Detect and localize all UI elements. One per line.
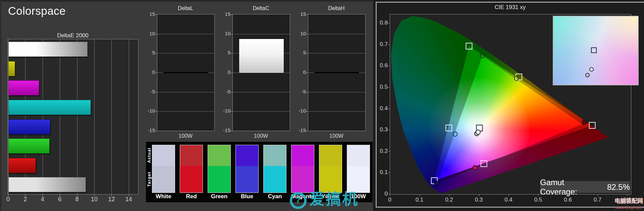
cie-y-tick-label: 0.3 (374, 126, 388, 133)
cie-y-tick-label: 0.6 (374, 62, 388, 69)
mini-tick-mark (155, 73, 157, 73)
deltae-tick-label: 4 (37, 196, 48, 203)
mini-tick-mark (230, 34, 232, 34)
cie-x-tick-label: 0.1 (412, 197, 427, 203)
cie-y-tick-mark (388, 87, 390, 87)
mini-tick-label: 0 (144, 69, 155, 75)
mini-tick-mark (155, 53, 157, 53)
swatch-target-white (152, 166, 175, 193)
igao7-logo-icon: 7 (290, 192, 307, 209)
mini-tick-mark (230, 92, 232, 92)
mini-tick-mark (155, 14, 157, 15)
swatch-label: Green (205, 193, 233, 200)
cie-y-tick-label: 0.1 (374, 169, 388, 176)
mini-tick-label: 10 (295, 31, 306, 36)
deltae-tick-label: 8 (71, 196, 83, 203)
cie-x-tick-mark (508, 194, 509, 196)
mini-tick-mark (230, 131, 232, 131)
cie-measured-marker-blue (434, 181, 439, 186)
mini-tick-label: 10 (220, 31, 230, 36)
mini-tick-label: -15 (144, 127, 155, 133)
deltal-chart-panel[interactable]: DeltaL 100W 151050-5-10-15 (144, 3, 221, 142)
cie-x-tick-label: 0.2 (442, 197, 457, 203)
deltal-plot-area (157, 14, 215, 131)
deltae-gridline (60, 39, 60, 194)
mini-gridline (157, 111, 214, 112)
deltaC-bar (239, 39, 284, 73)
mini-gridline (308, 92, 365, 92)
mini-tick-mark (230, 14, 232, 15)
swatch-actual-blue (236, 145, 258, 166)
cie-measured-marker-white (476, 130, 480, 134)
mini-tick-label: -15 (295, 127, 306, 133)
deltac-x-label: 100W (232, 133, 289, 139)
mini-gridline (157, 34, 214, 34)
deltae-gridline (94, 39, 95, 194)
swatch-target-red (180, 166, 203, 193)
cie-chart-panel[interactable]: CIE 1931 xy 00.10.20.30.40.50.60.70.800.… (373, 0, 644, 211)
deltae-gridline (43, 39, 43, 194)
deltah-plot-area (308, 14, 366, 131)
swatch-column-yellow (319, 145, 342, 193)
swatch-actual-yellow (319, 145, 342, 166)
cie-y-tick-mark (388, 130, 390, 130)
igao7-watermark: 7 爱搞机 IGAO7.COM (290, 189, 362, 211)
mini-tick-mark (306, 131, 308, 131)
deltah-chart-panel[interactable]: DeltaH 100W 151050-5-10-15 (295, 3, 372, 142)
swatch-column-blue (235, 145, 259, 193)
deltae2000-chart-panel[interactable]: DeltaE 2000 02468101214 (7, 32, 142, 208)
mini-tick-mark (230, 73, 232, 73)
mini-tick-mark (306, 92, 308, 92)
cie-y-tick-mark (388, 172, 390, 173)
cie-y-tick-mark (388, 151, 390, 152)
mini-tick-mark (155, 111, 157, 112)
swatch-column-cyan (263, 145, 286, 193)
mini-tick-mark (230, 111, 232, 112)
deltac-plot-area (232, 14, 290, 131)
mini-gridline (308, 111, 365, 112)
swatch-actual-white (152, 145, 175, 166)
deltal-x-label: 100W (157, 133, 214, 139)
gamut-coverage-value: 82.5% (607, 182, 630, 192)
mini-tick-mark (306, 111, 308, 112)
swatch-target-green (208, 166, 230, 193)
mini-tick-label: 0 (295, 69, 306, 75)
deltae-bar-magenta (8, 80, 39, 95)
deltae-bar-cyan (8, 100, 91, 115)
mini-tick-label: -10 (295, 108, 306, 114)
inset-measured-marker (589, 67, 594, 72)
deltah-x-label: 100W (308, 133, 365, 139)
mini-gridline (233, 34, 290, 34)
deltal-chart-title: DeltaL (157, 5, 214, 11)
dnzp-watermark-name: 电脑装配网 (614, 196, 643, 205)
deltae-tick-label: 6 (54, 196, 65, 203)
cie-y-tick-mark (388, 23, 390, 23)
swatch-label: Red (177, 193, 205, 200)
deltac-chart-panel[interactable]: DeltaC 100W 151050-5-10-15 (220, 3, 297, 142)
mini-tick-mark (155, 131, 157, 131)
deltae-gridline (111, 39, 112, 194)
swatch-column-green (208, 145, 231, 193)
cie-y-tick-label: 0.8 (374, 19, 388, 26)
swatch-target-cyan (264, 166, 286, 193)
cie-measured-marker-magenta (473, 166, 477, 170)
mini-tick-label: 5 (220, 50, 230, 55)
swatch-actual-red (180, 145, 203, 166)
mini-tick-mark (230, 53, 232, 53)
mini-tick-label: 5 (295, 50, 306, 55)
cie-x-tick-mark (420, 194, 420, 196)
igao7-watermark-name: 爱搞机 (309, 191, 359, 207)
cie-chart-title: CIE 1931 xy (390, 4, 631, 11)
cie-x-tick-label: 0.3 (472, 197, 486, 203)
cie-x-tick-mark (449, 194, 449, 196)
mini-tick-label: 0 (220, 69, 230, 75)
deltae-bar-yellow (8, 61, 15, 76)
deltae2000-plot-area (8, 39, 139, 195)
deltae-tick-label: 12 (106, 196, 117, 203)
mini-gridline (157, 53, 214, 53)
gamut-coverage-label: Gamut Coverage: (540, 178, 603, 197)
inset-measured-marker (585, 73, 590, 77)
deltaL-zero-bar (163, 72, 208, 73)
deltaH-zero-bar (314, 72, 359, 73)
mini-tick-mark (155, 34, 157, 34)
